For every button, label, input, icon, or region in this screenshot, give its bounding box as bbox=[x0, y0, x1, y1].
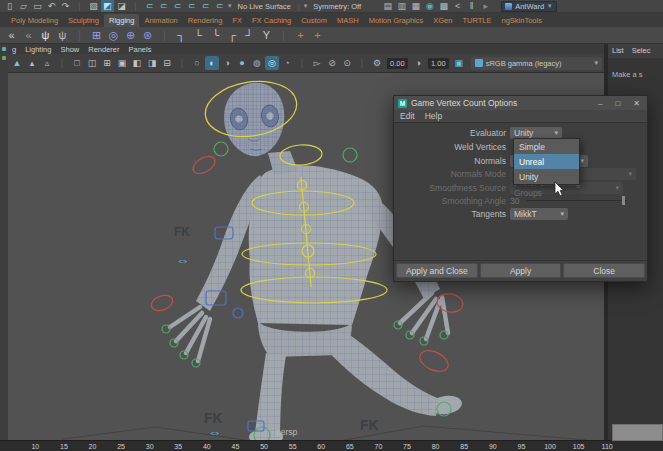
isolate-select-icon[interactable]: ▻ bbox=[310, 56, 324, 70]
sidebar-menu-selected[interactable]: Selec bbox=[632, 46, 651, 56]
paint-weights-icon[interactable]: Y bbox=[259, 28, 274, 43]
colorspace-dropdown[interactable]: sRGB gamma (legacy) ▾ bbox=[471, 57, 602, 70]
timeline-tick[interactable]: 90 bbox=[479, 441, 508, 451]
time-slider[interactable]: 1015202530354045505560657075808590951001… bbox=[0, 440, 663, 451]
select-object-icon[interactable]: ▧ bbox=[87, 0, 100, 12]
safe-action-icon[interactable]: ◨ bbox=[145, 56, 159, 70]
open-scene-icon[interactable]: ▱ bbox=[17, 0, 30, 12]
wire-sphere-icon[interactable]: ⊕ bbox=[123, 28, 138, 43]
snap-plane-icon[interactable]: ⊂ bbox=[185, 0, 198, 12]
motion-blur-icon[interactable]: ◔ bbox=[280, 56, 294, 70]
timeline-tick[interactable]: 85 bbox=[450, 441, 479, 451]
panel-menu-item[interactable]: Show bbox=[60, 45, 79, 54]
sidebar-menu-list[interactable]: List bbox=[612, 46, 624, 56]
evaluator-dropdown[interactable]: Unity ▾ bbox=[510, 127, 562, 139]
timeline-tick[interactable]: 70 bbox=[364, 441, 393, 451]
shelf-tab[interactable]: Sculpting bbox=[63, 14, 104, 27]
render-sequence-icon[interactable]: ▦ bbox=[409, 0, 422, 12]
timeline-tick[interactable]: 40 bbox=[193, 441, 222, 451]
dialog-menu-help[interactable]: Help bbox=[425, 111, 442, 121]
maximize-icon[interactable]: □ bbox=[615, 99, 620, 108]
view-transform-checkbox[interactable]: ▣ bbox=[452, 56, 466, 70]
timeline-tick[interactable]: 60 bbox=[307, 441, 336, 451]
select-camera-icon[interactable]: ▲ bbox=[10, 56, 24, 70]
exposure-field[interactable]: 0.00 bbox=[387, 58, 408, 69]
current-time-field[interactable] bbox=[612, 424, 663, 441]
symmetry-caret-icon[interactable]: ▾ bbox=[303, 2, 309, 10]
wireframe-icon[interactable]: ○ bbox=[190, 56, 204, 70]
symmetry-label[interactable]: Symmetry: Off bbox=[309, 2, 365, 11]
fk-switch-arrow-icon[interactable]: ⇔ bbox=[208, 425, 221, 440]
close-icon[interactable]: ✕ bbox=[633, 99, 640, 108]
tangents-dropdown[interactable]: MikkT ▾ bbox=[510, 208, 568, 220]
panel-menu-item[interactable]: Panels bbox=[129, 45, 152, 54]
timeline-tick[interactable]: 20 bbox=[78, 441, 107, 451]
minimize-icon[interactable]: – bbox=[598, 99, 602, 108]
all-lights-icon[interactable]: ● bbox=[235, 56, 249, 70]
textured-icon[interactable]: ◑ bbox=[220, 56, 234, 70]
curve-snap-icon[interactable]: « bbox=[21, 28, 36, 43]
fk-switch-arrow-icon[interactable]: ⇔ bbox=[176, 253, 189, 268]
add-joint-icon[interactable]: + bbox=[293, 28, 308, 43]
skeleton-icon[interactable]: ψ bbox=[38, 28, 53, 43]
snap-axis-icon[interactable]: ⊂ bbox=[213, 0, 226, 12]
ik-handle-icon[interactable]: └ bbox=[191, 28, 206, 43]
safe-title-icon[interactable]: ⊟ bbox=[160, 56, 174, 70]
ipr-render-icon[interactable]: ◉ bbox=[423, 0, 436, 12]
shelf-tab[interactable]: Poly Modeling bbox=[6, 14, 63, 27]
undo-icon[interactable]: ↶ bbox=[45, 0, 58, 12]
flyout-arrow-icon[interactable]: ▸ bbox=[479, 0, 492, 12]
shelf-tab[interactable]: FX bbox=[227, 14, 247, 27]
apply-and-close-button[interactable]: Apply and Close bbox=[396, 263, 478, 278]
select-hierarchy-icon[interactable]: ◪ bbox=[115, 0, 128, 12]
timeline-tick[interactable]: 65 bbox=[336, 441, 365, 451]
lattice-icon[interactable]: ⊞ bbox=[89, 28, 104, 43]
grid-toggle-icon[interactable]: □ bbox=[70, 56, 84, 70]
timeline-tick[interactable]: 105 bbox=[564, 441, 593, 451]
snap-grid-icon[interactable]: ⊂ bbox=[143, 0, 156, 12]
save-scene-icon[interactable]: ▭ bbox=[31, 0, 44, 12]
gamma-icon[interactable]: ◑ bbox=[411, 56, 425, 70]
gate-mask-icon[interactable]: ▣ bbox=[115, 56, 129, 70]
timeline-tick[interactable]: 80 bbox=[421, 441, 450, 451]
render-icon[interactable]: ▤ bbox=[381, 0, 394, 12]
cluster-icon[interactable]: ⊛ bbox=[140, 28, 155, 43]
panel-menu-item[interactable]: Lighting bbox=[25, 45, 51, 54]
lock-camera-icon[interactable]: ▴ bbox=[25, 56, 39, 70]
skeleton-select-icon[interactable]: ψ bbox=[55, 28, 70, 43]
apply-button[interactable]: Apply bbox=[480, 263, 562, 278]
shadows-icon[interactable]: ◍ bbox=[250, 56, 264, 70]
spline-ik-icon[interactable]: ╰ bbox=[208, 28, 223, 43]
pause-icon[interactable]: ‖ bbox=[465, 0, 478, 12]
timeline-tick[interactable]: 10 bbox=[21, 441, 50, 451]
timeline-tick[interactable]: 50 bbox=[250, 441, 279, 451]
gamma-field[interactable]: 1.00 bbox=[428, 58, 449, 69]
timeline-tick[interactable]: 55 bbox=[278, 441, 307, 451]
curve-tool-icon[interactable]: « bbox=[4, 28, 19, 43]
close-button[interactable]: Close bbox=[563, 263, 645, 278]
wrap-deformer-icon[interactable]: ◎ bbox=[106, 28, 121, 43]
snap-curve-icon[interactable]: ⊂ bbox=[157, 0, 170, 12]
timeline-tick[interactable]: 30 bbox=[135, 441, 164, 451]
tool-icon[interactable] bbox=[2, 47, 6, 51]
render-frame-icon[interactable]: ▥ bbox=[395, 0, 408, 12]
shelf-tab[interactable]: TURTLE bbox=[457, 14, 496, 27]
renderer-dropdown[interactable]: AntWard ▾ bbox=[501, 1, 556, 12]
shelf-tab[interactable]: Rendering bbox=[183, 14, 228, 27]
shaded-icon[interactable]: ◐ bbox=[205, 56, 219, 70]
joint-tool-icon[interactable]: ┐ bbox=[174, 28, 189, 43]
snap-point-icon[interactable]: ⊂ bbox=[171, 0, 184, 12]
exposure-icon[interactable]: ⚙ bbox=[370, 56, 384, 70]
xray-icon[interactable]: ⊘ bbox=[325, 56, 339, 70]
camera-attributes-icon[interactable]: ▵ bbox=[40, 56, 54, 70]
edit-skin-icon[interactable]: ┘ bbox=[242, 28, 257, 43]
shelf-tab[interactable]: ngSkinTools bbox=[497, 14, 547, 27]
dropdown-option[interactable]: Unity bbox=[514, 169, 579, 184]
resolution-gate-icon[interactable]: ⊞ bbox=[100, 56, 114, 70]
select-component-icon[interactable]: ◩ bbox=[101, 0, 114, 12]
shelf-tab[interactable]: Animation bbox=[139, 14, 182, 27]
new-scene-icon[interactable]: ▯ bbox=[3, 0, 16, 12]
render-settings-icon[interactable]: ▩ bbox=[437, 0, 450, 12]
shelf-tab[interactable]: Custom bbox=[296, 14, 332, 27]
screen-space-ao-icon[interactable]: ◎ bbox=[265, 56, 279, 70]
